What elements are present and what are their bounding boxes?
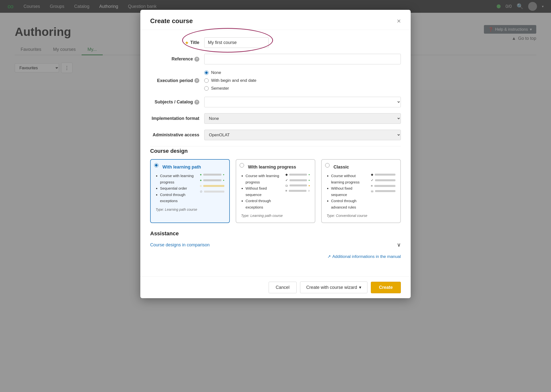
modal-body: ★ Title Reference ? <box>140 30 411 276</box>
execution-radio-none[interactable] <box>204 70 209 75</box>
visual-status-1: ● <box>223 173 224 176</box>
assistance-section: Assistance Course designs in comparison … <box>150 230 401 248</box>
design-card-learning-progress-visual: ◆ ● ✓ ● 🗂 <box>285 173 310 210</box>
visual-dot-2: ● <box>200 178 202 182</box>
implementation-label: Implementation format <box>150 116 199 121</box>
reference-label-container: Reference ? <box>150 56 199 62</box>
admin-access-field-row: Administrative access OpenOLAT <box>150 130 401 140</box>
comparison-chevron-icon: ∨ <box>397 242 401 248</box>
visual-status-c: ● <box>308 184 310 187</box>
cancel-button[interactable]: Cancel <box>269 282 297 293</box>
design-card-classic-list: Course without learning progress Without… <box>327 173 367 210</box>
design-card-learning-progress[interactable]: With learning progress Course with learn… <box>236 159 315 223</box>
title-field-row: ★ Title <box>150 37 401 48</box>
design-card-learning-path-body: Course with learning progress Sequential… <box>156 173 224 204</box>
visual-icon-2: ✓ <box>285 178 288 182</box>
classic-visual-icon-2: ✓ <box>371 178 374 182</box>
execution-option-dates[interactable]: With begin and end date <box>204 78 256 83</box>
design-card-classic-type: Type: Conventional course <box>327 214 395 218</box>
classic-visual-icon-3: ≡ <box>371 184 373 188</box>
execution-radio-dates[interactable] <box>204 78 209 83</box>
manual-link-container: ↗ Additional informations in the manual <box>150 254 401 264</box>
assistance-title: Assistance <box>150 230 401 237</box>
manual-link[interactable]: ↗ Additional informations in the manual <box>327 254 401 259</box>
create-with-wizard-button[interactable]: Create with course wizard ▾ <box>300 281 367 293</box>
course-design-title: Course design <box>150 148 401 154</box>
visual-dot-3: ○ <box>200 184 202 188</box>
admin-access-select[interactable]: OpenOLAT <box>204 130 401 140</box>
course-comparison-link[interactable]: Course designs in comparison ∨ <box>150 242 401 248</box>
reference-field-row: Reference ? <box>150 54 401 64</box>
design-card-learning-path-visual: ● ● ● ● ○ <box>200 173 224 204</box>
title-input[interactable] <box>204 37 269 48</box>
modal-title: Create course <box>150 17 193 25</box>
modal-footer: Cancel Create with course wizard ▾ Creat… <box>140 276 411 298</box>
execution-period-row: Execution period ? None With begin and e… <box>150 70 401 91</box>
visual-status-2: ● <box>223 179 224 182</box>
visual-dot-1: ● <box>200 173 202 176</box>
execution-option-none[interactable]: None <box>204 70 256 75</box>
execution-label: Execution period <box>157 78 193 83</box>
reference-label: Reference <box>172 56 193 62</box>
design-card-classic[interactable]: Classic Course without learning progress… <box>321 159 401 223</box>
design-radio-classic[interactable] <box>325 163 330 168</box>
reference-input[interactable] <box>204 54 401 64</box>
design-card-learning-progress-title: With learning progress <box>241 165 310 170</box>
design-card-learning-progress-body: Course with learning progress Without fi… <box>241 173 310 210</box>
title-label-container: ★ Title <box>150 40 199 45</box>
reference-help-icon[interactable]: ? <box>194 57 199 62</box>
design-card-classic-title: Classic <box>327 165 395 170</box>
design-card-learning-path-type: Type: Learning path course <box>156 208 224 211</box>
wizard-chevron-icon: ▾ <box>359 285 361 290</box>
design-radio-learning-path[interactable] <box>154 163 159 168</box>
design-card-learning-path-list: Course with learning progress Sequential… <box>156 173 196 204</box>
execution-help-icon[interactable]: ? <box>194 78 199 83</box>
admin-access-label: Administrative access <box>150 132 199 138</box>
design-card-learning-path[interactable]: With learning path Course with learning … <box>150 159 230 223</box>
design-card-classic-body: Course without learning progress Without… <box>327 173 395 210</box>
visual-status-d: ⊘ <box>308 189 310 192</box>
design-card-learning-progress-type: Type: Learning path course <box>241 214 310 218</box>
design-radio-learning-progress[interactable] <box>240 163 244 168</box>
subjects-label-container: Subjects / Catalog ? <box>150 99 199 105</box>
course-design-grid: With learning path Course with learning … <box>150 159 401 223</box>
subjects-help-icon[interactable]: ? <box>194 100 199 105</box>
create-button[interactable]: Create <box>371 282 401 293</box>
execution-radio-semester[interactable] <box>204 86 209 91</box>
course-design-section: Course design With learning path Course … <box>150 148 401 223</box>
title-label: Title <box>190 40 199 45</box>
execution-option-semester[interactable]: Semester <box>204 86 256 91</box>
required-star-icon: ★ <box>185 40 189 45</box>
visual-icon-4: ≡ <box>285 189 287 193</box>
modal-close-button[interactable]: × <box>397 18 401 25</box>
subjects-field-row: Subjects / Catalog ? <box>150 97 401 107</box>
implementation-select[interactable]: None <box>204 113 401 124</box>
classic-visual-icon-4: 🗂 <box>371 190 374 193</box>
visual-dot-4: ⊘ <box>200 190 203 193</box>
visual-status-a: ● <box>308 173 310 176</box>
visual-status-b: ● <box>308 179 310 182</box>
title-input-container <box>204 37 401 48</box>
classic-visual-icon-1: ◆ <box>371 173 373 176</box>
design-card-classic-visual: ◆ ✓ ≡ <box>371 173 395 210</box>
visual-icon-1: ◆ <box>285 173 288 176</box>
design-card-learning-path-title: With learning path <box>156 165 224 170</box>
visual-icon-3: 🗂 <box>285 184 288 187</box>
design-card-learning-progress-list: Course with learning progress Without fi… <box>241 173 281 210</box>
implementation-field-row: Implementation format None <box>150 113 401 124</box>
execution-label-container: Execution period ? <box>150 78 199 83</box>
subjects-select[interactable] <box>204 97 401 107</box>
subjects-label: Subjects / Catalog <box>155 99 193 105</box>
modal-header: Create course × <box>140 10 411 30</box>
external-link-icon: ↗ <box>327 254 331 259</box>
modal-overlay: Create course × ★ Title Reference <box>0 0 551 392</box>
create-course-modal: Create course × ★ Title Reference <box>140 10 411 298</box>
divider-1 <box>150 146 401 146</box>
execution-radio-group: None With begin and end date Semester <box>204 70 256 91</box>
